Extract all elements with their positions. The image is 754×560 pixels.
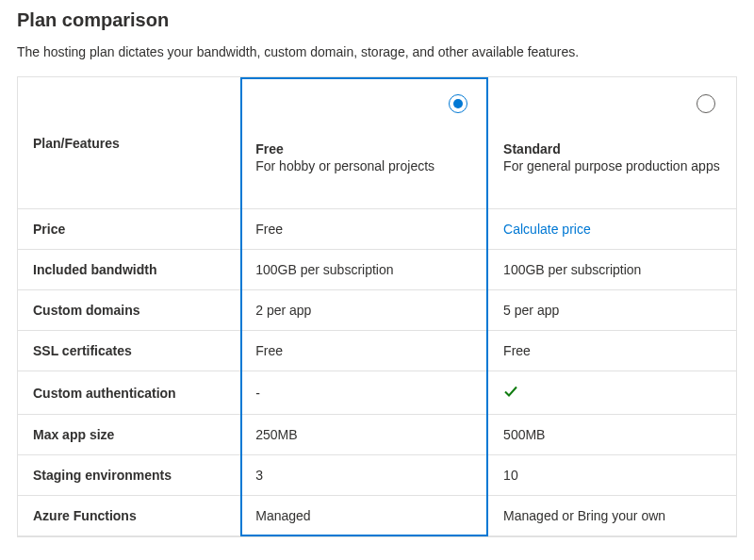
table-row: Azure FunctionsManagedManaged or Bring y… xyxy=(18,496,736,536)
feature-value: 5 per app xyxy=(488,290,736,330)
feature-value[interactable]: Calculate price xyxy=(488,209,736,249)
feature-label: Price xyxy=(18,209,240,249)
page-title: Plan comparison xyxy=(17,9,737,31)
table-row: Custom domains2 per app5 per app xyxy=(18,290,736,331)
table-header-row: Plan/FeaturesFreeFor hobby or personal p… xyxy=(18,77,736,209)
feature-label: SSL certificates xyxy=(18,331,240,371)
plan-radio-free[interactable] xyxy=(449,94,467,113)
plan-description: For hobby or personal projects xyxy=(255,158,473,173)
plan-name: Standard xyxy=(503,141,721,156)
calculate-price-link[interactable]: Calculate price xyxy=(503,222,591,237)
page-subtitle: The hosting plan dictates your bandwidth… xyxy=(17,44,737,59)
feature-label: Azure Functions xyxy=(18,496,240,535)
table-row: PriceFreeCalculate price xyxy=(18,209,736,250)
check-icon xyxy=(503,384,518,402)
feature-value: Free xyxy=(240,331,488,371)
plan-description: For general purpose production apps xyxy=(503,158,721,173)
feature-label: Custom domains xyxy=(18,290,240,330)
feature-value: Free xyxy=(488,331,736,371)
feature-value: 100GB per subscription xyxy=(488,250,736,289)
feature-value: - xyxy=(240,371,488,414)
feature-value: Managed xyxy=(240,496,488,535)
feature-value: 100GB per subscription xyxy=(240,250,488,289)
feature-value: Free xyxy=(240,209,488,249)
feature-label: Max app size xyxy=(18,415,240,454)
feature-value: 250MB xyxy=(240,415,488,454)
table-row: SSL certificatesFreeFree xyxy=(18,331,736,371)
table-row: Staging environments310 xyxy=(18,455,736,496)
feature-label: Custom authentication xyxy=(18,371,240,414)
table-row: Max app size250MB500MB xyxy=(18,415,736,455)
plan-name: Free xyxy=(255,141,473,156)
plan-header-free: FreeFor hobby or personal projects xyxy=(240,77,488,208)
plan-radio-standard[interactable] xyxy=(697,94,715,113)
table-row: Custom authentication- xyxy=(18,371,736,415)
table-row: Included bandwidth100GB per subscription… xyxy=(18,250,736,290)
feature-value: 2 per app xyxy=(240,290,488,330)
feature-value xyxy=(488,371,736,414)
plan-header-standard: StandardFor general purpose production a… xyxy=(488,77,736,208)
feature-value: 3 xyxy=(240,455,488,495)
feature-value: Managed or Bring your own xyxy=(488,496,736,535)
header-label: Plan/Features xyxy=(18,77,240,208)
feature-label: Staging environments xyxy=(18,455,240,495)
plan-comparison-table: Plan/FeaturesFreeFor hobby or personal p… xyxy=(17,76,737,537)
feature-value: 10 xyxy=(488,455,736,495)
feature-value: 500MB xyxy=(488,415,736,454)
feature-label: Included bandwidth xyxy=(18,250,240,289)
